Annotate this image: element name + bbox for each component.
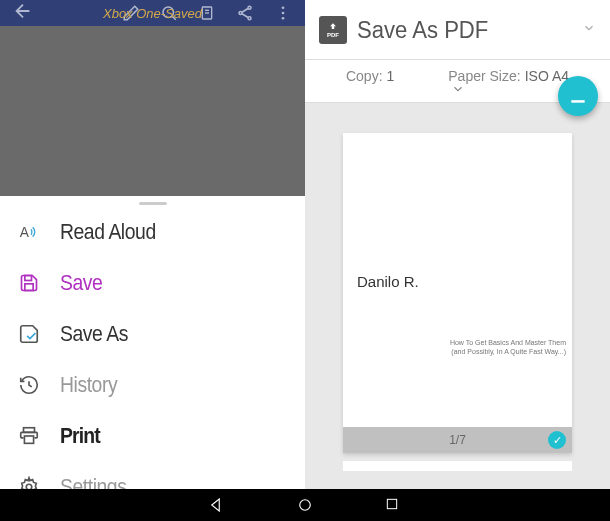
editor-toolbar: Xbox One-Saved: [0, 0, 305, 26]
paper-size-option[interactable]: Paper Size: ISO A4: [448, 68, 569, 84]
svg-rect-19: [387, 499, 396, 508]
page-author-text: Danilo R.: [357, 273, 419, 290]
menu-label: Save: [60, 270, 102, 296]
menu-label: Print: [60, 423, 100, 449]
nav-home-button[interactable]: [296, 496, 314, 514]
nav-recents-button[interactable]: [384, 496, 402, 514]
read-aloud-icon: A: [16, 219, 42, 245]
menu-label: Read Aloud: [60, 219, 156, 245]
pdf-badge-icon: PDF: [319, 16, 347, 44]
save-icon: [16, 270, 42, 296]
menu-label: Save As: [60, 321, 128, 347]
svg-rect-14: [24, 436, 33, 443]
menu-save[interactable]: Save: [0, 258, 305, 309]
destination-title: Save As PDF: [357, 16, 488, 44]
svg-rect-12: [25, 284, 33, 291]
file-menu: A Read Aloud Save Save As Hist: [0, 207, 305, 513]
share-icon[interactable]: [235, 3, 255, 23]
svg-point-4: [248, 6, 251, 9]
svg-point-8: [282, 12, 285, 15]
save-as-icon: [16, 321, 42, 347]
print-dialog-panel: PDF Save As PDF Copy: 1 Paper Size: ISO …: [305, 0, 610, 489]
menu-read-aloud[interactable]: A Read Aloud: [0, 207, 305, 258]
chevron-down-icon: [582, 21, 596, 39]
svg-text:A: A: [20, 225, 30, 240]
menu-label: History: [60, 372, 117, 398]
copies-option[interactable]: Copy: 1: [346, 68, 394, 84]
svg-point-6: [248, 17, 251, 20]
history-icon: [16, 372, 42, 398]
page-indicator: 1/7: [449, 433, 466, 447]
destination-selector[interactable]: PDF Save As PDF: [305, 0, 610, 60]
svg-rect-16: [571, 100, 584, 103]
expand-options-icon[interactable]: [451, 82, 465, 100]
next-page-peek[interactable]: [343, 461, 572, 471]
menu-history[interactable]: History: [0, 360, 305, 411]
print-icon: [16, 423, 42, 449]
page-preview-area: Danilo R. How To Get Basics And Master T…: [305, 103, 610, 489]
drawer-handle[interactable]: [0, 196, 305, 207]
menu-save-as[interactable]: Save As: [0, 309, 305, 360]
document-editor-panel: Xbox One-Saved: [0, 0, 305, 489]
svg-point-18: [300, 500, 311, 511]
copies-label: Copy:: [346, 68, 383, 84]
more-menu-icon[interactable]: [273, 3, 293, 23]
android-navbar: [0, 489, 610, 521]
back-button[interactable]: [12, 0, 34, 26]
page-thumbnail[interactable]: Danilo R. How To Get Basics And Master T…: [343, 133, 572, 453]
nav-back-button[interactable]: [208, 496, 226, 514]
svg-text:PDF: PDF: [574, 91, 584, 97]
svg-point-7: [282, 6, 285, 9]
menu-print[interactable]: Print: [0, 411, 305, 462]
svg-point-9: [282, 17, 285, 20]
svg-point-5: [239, 12, 242, 15]
document-title: Xbox One-Saved: [103, 6, 202, 21]
copies-value: 1: [387, 68, 395, 84]
document-canvas[interactable]: [0, 26, 305, 196]
svg-rect-11: [25, 276, 32, 281]
save-pdf-fab[interactable]: PDF: [558, 76, 598, 116]
page-subtitle-text: How To Get Basics And Master Them (and P…: [450, 338, 566, 356]
page-selected-check-icon[interactable]: ✓: [548, 431, 566, 449]
page-indicator-bar: 1/7 ✓: [343, 427, 572, 453]
